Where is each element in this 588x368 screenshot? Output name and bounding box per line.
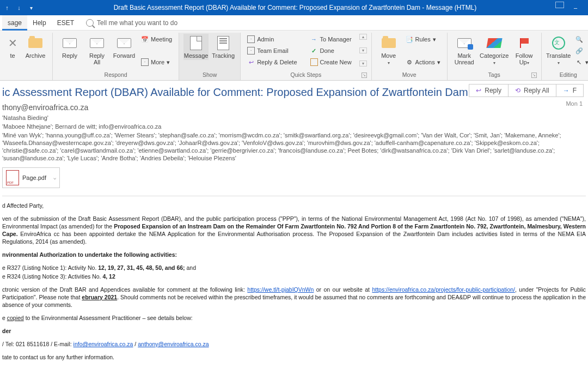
mark-unread-button[interactable]: Mark Unread <box>452 34 477 67</box>
qat-customize-icon[interactable]: ▾ <box>27 4 35 11</box>
body-salutation: d Affected Party, <box>2 202 586 209</box>
tab-message[interactable]: sage <box>2 15 27 31</box>
window-controls: – <box>555 2 585 14</box>
group-label-move: Move <box>376 71 443 79</box>
link-enviroafrica-projects[interactable]: https://enviroafrica.co.za/projects/for-… <box>372 286 515 293</box>
group-label-quicksteps: Quick Steps <box>291 71 322 78</box>
qs-gallery[interactable]: ▾ <box>359 61 367 67</box>
minimize-button[interactable]: – <box>566 2 585 14</box>
chevron-down-icon: ▾ <box>493 61 495 65</box>
from-field: thony@enviroafrica.co.za <box>2 103 586 112</box>
meeting-button[interactable]: 📅Meeting <box>139 34 174 45</box>
body-contact: / Tel: 021 8511618 / E-mail: info@enviro… <box>2 340 586 348</box>
message-date: Mon 1 <box>566 100 583 107</box>
categorize-icon <box>486 38 502 48</box>
qs-done[interactable]: ✓Done <box>308 45 354 56</box>
bcc-field: 'Miné van Wyk'; 'hanna.young@uff.co.za';… <box>2 131 586 162</box>
link-email-anthony[interactable]: anthony@enviroafrica.co.za <box>138 341 209 347</box>
reply-button[interactable]: Reply <box>57 34 82 60</box>
more-respond-button[interactable]: More ▾ <box>139 57 174 68</box>
qs-scroll-up[interactable]: ▴ <box>359 34 367 40</box>
ribbon-display-icon[interactable] <box>555 2 564 8</box>
chevron-down-icon[interactable]: ⌵ <box>53 175 56 180</box>
group-editing: Translate▾ 🔍 🔗 ↖ ▾ Editing <box>542 33 588 80</box>
group-show: Message Tracking Show <box>179 33 241 80</box>
translate-button[interactable]: Translate▾ <box>546 34 571 68</box>
categorize-button[interactable]: Categorize▾ <box>479 34 510 68</box>
tracking-icon <box>217 36 229 50</box>
cc-field: 'Maboee Nthejane'; Bernard de witt; info… <box>2 123 586 130</box>
window-title: Draft Basic Assessment Report (DBAR) Ava… <box>35 4 555 11</box>
check-icon: ✓ <box>310 47 318 55</box>
body-list-1: e R327 (Listing Notice 1): Activity No. … <box>2 264 586 272</box>
rules-icon: 📑 <box>406 35 413 43</box>
chevron-down-icon: ▾ <box>585 59 588 66</box>
envelope-icon <box>141 58 149 66</box>
actions-button[interactable]: ⚙Actions ▾ <box>403 57 443 68</box>
header-separator <box>2 196 586 196</box>
body-activities-head: nvironmental Authorization to undertake … <box>2 251 586 258</box>
move-button[interactable]: Move▾ <box>376 34 401 68</box>
message-view-button[interactable]: Message <box>183 34 209 60</box>
link-email-info[interactable]: info@enviroafrica.co.za <box>74 341 133 347</box>
related-button[interactable]: 🔗 <box>573 45 588 56</box>
qs-scroll-down[interactable]: ▾ <box>359 47 367 53</box>
delete-button[interactable]: ✕ te <box>4 34 21 60</box>
tell-me-label: Tell me what you want to do <box>97 19 177 27</box>
follow-up-button[interactable]: Follow Up▾ <box>512 34 537 68</box>
envelope-icon <box>247 47 255 55</box>
tell-me-search[interactable]: Tell me what you want to do <box>86 19 177 27</box>
forward-button[interactable]: Forward <box>112 34 137 60</box>
tab-eset[interactable]: ESET <box>52 15 79 31</box>
reply-all-arrow-icon: ⟲ <box>515 87 520 94</box>
rules-button[interactable]: 📑Rules ▾ <box>403 34 443 45</box>
message-icon <box>190 36 202 50</box>
qat-up-icon[interactable]: ↑ <box>3 4 11 11</box>
link-icon: 🔗 <box>575 47 583 55</box>
inline-action-buttons: ↩Reply ⟲Reply All →F <box>469 84 584 97</box>
ribbon-tabs: sage Help ESET Tell me what you want to … <box>0 15 588 31</box>
unread-icon <box>457 38 471 48</box>
forward-icon <box>117 38 131 48</box>
message-body: d Affected Party, ven of the submission … <box>2 202 586 361</box>
select-button[interactable]: ↖ ▾ <box>573 57 588 68</box>
group-label-tags: Tags <box>488 71 500 78</box>
body-para-links: ctronic version of the Draft BAR and App… <box>2 286 586 309</box>
inline-reply-all-button[interactable]: ⟲Reply All <box>509 85 556 96</box>
search-icon <box>86 19 94 27</box>
reply-all-button[interactable]: Reply All <box>84 34 109 67</box>
chevron-down-icon: ▾ <box>558 61 560 65</box>
search-icon: 🔍 <box>575 35 583 43</box>
link-wetransfer[interactable]: https://we.tl/t-pjabIQVnWn <box>247 286 314 293</box>
dialog-launcher-icon[interactable]: ↘ <box>531 73 537 78</box>
to-field: 'Natasha Bieding' <box>2 114 586 122</box>
find-button[interactable]: 🔍 <box>573 34 588 45</box>
chevron-down-icon: ▾ <box>388 61 390 65</box>
chevron-down-icon: ▾ <box>527 61 529 65</box>
archive-button[interactable]: Archive <box>23 34 48 60</box>
inline-forward-button[interactable]: →F <box>556 85 583 96</box>
group-tags: Mark Unread Categorize▾ Follow Up▾ Tags↘ <box>448 33 542 80</box>
qat-down-icon[interactable]: ↓ <box>15 4 23 11</box>
folder-icon <box>382 38 396 48</box>
group-delete: ✕ te Archive <box>0 33 53 80</box>
qs-to-manager[interactable]: →To Manager <box>308 34 354 45</box>
body-para-copied: e copied to the Environmental Assessment… <box>2 314 586 322</box>
group-label-show: Show <box>183 71 236 79</box>
qs-admin[interactable]: Admin <box>245 34 299 45</box>
envelope-icon <box>247 35 255 43</box>
group-respond: Reply Reply All Forward 📅Meeting More ▾ … <box>53 33 179 80</box>
chevron-down-icon: ▾ <box>433 36 436 43</box>
qs-reply-delete[interactable]: ↩Reply & Delete <box>245 57 299 68</box>
qs-create-new[interactable]: Create New <box>308 57 354 68</box>
qs-team-email[interactable]: Team Email <box>245 45 299 56</box>
tracking-button[interactable]: Tracking <box>211 34 236 60</box>
tab-help[interactable]: Help <box>27 15 52 31</box>
attachment-chip[interactable]: Page.pdf ⌵ <box>2 167 60 188</box>
arrow-right-icon: → <box>310 35 318 43</box>
group-quick-steps: Admin Team Email ↩Reply & Delete →To Man… <box>241 33 371 80</box>
dialog-launcher-icon[interactable]: ↘ <box>362 73 367 78</box>
delete-icon: ✕ <box>8 37 17 50</box>
group-label-editing: Editing <box>546 71 588 79</box>
inline-reply-button[interactable]: ↩Reply <box>469 85 509 96</box>
